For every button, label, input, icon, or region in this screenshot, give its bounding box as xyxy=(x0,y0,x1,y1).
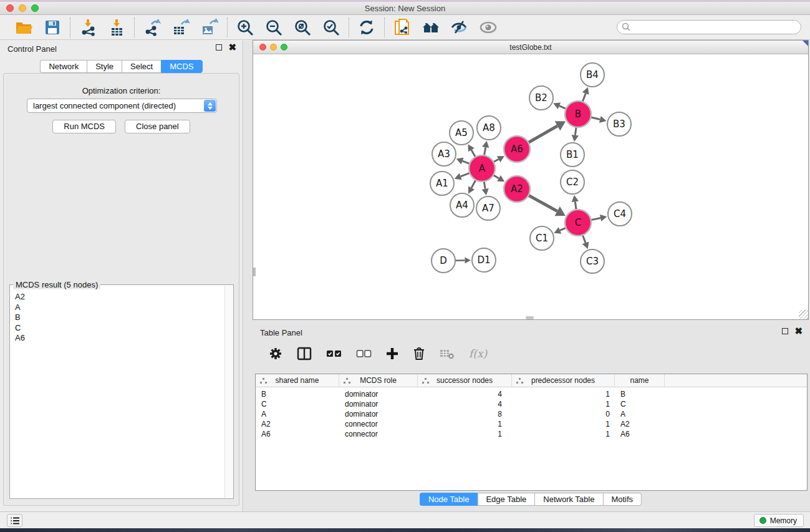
node-A3[interactable]: A3 xyxy=(432,142,456,166)
show-columns-icon[interactable] xyxy=(297,347,312,360)
mcds-result-item[interactable]: A2 xyxy=(15,292,220,302)
node-A4[interactable]: A4 xyxy=(450,193,474,217)
table-cell: A2 xyxy=(615,419,665,429)
app-titlebar: Session: New Session xyxy=(0,2,810,15)
node-C[interactable]: C xyxy=(565,210,591,236)
edge-arrowhead-icon xyxy=(600,215,607,221)
result-scrollbar[interactable] xyxy=(224,286,233,498)
refresh-icon[interactable] xyxy=(357,18,376,37)
mcds-result-item[interactable]: C xyxy=(15,323,220,334)
node-C4[interactable]: C4 xyxy=(608,202,632,226)
select-all-icon[interactable] xyxy=(326,349,342,359)
hide-selected-icon[interactable] xyxy=(450,18,469,37)
tab-edge-table[interactable]: Edge Table xyxy=(477,493,534,506)
export-table-icon[interactable] xyxy=(171,18,190,37)
tab-style[interactable]: Style xyxy=(87,60,122,73)
home-views-icon[interactable] xyxy=(422,18,440,37)
table-row[interactable]: Cdominator41C xyxy=(256,399,807,409)
table-cell: B xyxy=(256,389,339,399)
open-folder-icon[interactable] xyxy=(14,18,33,37)
svg-text:B3: B3 xyxy=(613,118,625,130)
float-panel-icon[interactable] xyxy=(216,44,222,51)
zoom-selected-icon[interactable] xyxy=(322,18,340,37)
mcds-result-box: MCDS result (5 nodes) A2ABCA6 xyxy=(9,284,234,499)
search-box xyxy=(617,20,801,34)
mcds-result-item[interactable]: A xyxy=(15,302,220,313)
zoom-in-icon[interactable] xyxy=(236,18,254,37)
tab-node-table[interactable]: Node Table xyxy=(420,493,478,506)
horizontal-scroll-thumb[interactable] xyxy=(526,316,534,319)
node-A5[interactable]: A5 xyxy=(450,121,473,145)
node-B2[interactable]: B2 xyxy=(529,86,553,110)
search-input[interactable] xyxy=(617,20,801,34)
node-C3[interactable]: C3 xyxy=(581,249,604,273)
node-A7[interactable]: A7 xyxy=(476,196,500,220)
vertical-scroll-thumb[interactable] xyxy=(253,268,256,276)
node-A[interactable]: A xyxy=(469,155,495,181)
node-B1[interactable]: B1 xyxy=(561,143,584,167)
float-table-panel-icon[interactable] xyxy=(782,328,788,334)
run-mcds-button[interactable]: Run MCDS xyxy=(52,120,116,133)
tab-select[interactable]: Select xyxy=(122,60,161,73)
network-window-titlebar[interactable]: testGlobe.txt xyxy=(253,41,808,54)
node-B4[interactable]: B4 xyxy=(581,63,604,87)
column-header-name[interactable]: name xyxy=(615,374,665,387)
import-network-icon[interactable] xyxy=(79,18,97,37)
zoom-out-icon[interactable] xyxy=(264,18,283,37)
save-icon[interactable] xyxy=(43,18,62,37)
node-D[interactable]: D xyxy=(432,249,455,273)
tab-motifs[interactable]: Motifs xyxy=(602,493,642,506)
add-column-icon[interactable] xyxy=(386,347,398,360)
delete-column-icon[interactable] xyxy=(413,347,425,360)
memory-button[interactable]: Memory xyxy=(754,514,804,527)
column-header-shared-name[interactable]: shared name xyxy=(256,374,339,387)
network-canvas[interactable]: AA2A6BCA1A3A4A5A7A8B1B2B3B4C1C2C3C4DD1 xyxy=(253,55,808,319)
node-A6[interactable]: A6 xyxy=(504,136,530,162)
show-selected-icon[interactable] xyxy=(479,18,498,37)
app-title: Session: New Session xyxy=(0,4,810,13)
node-A8[interactable]: A8 xyxy=(477,116,501,140)
criterion-dropdown[interactable]: largest connected component (directed) xyxy=(27,99,217,113)
svg-text:C: C xyxy=(575,217,581,228)
tab-network[interactable]: Network xyxy=(40,60,87,73)
resize-grip[interactable] xyxy=(799,310,808,319)
node-D1[interactable]: D1 xyxy=(472,248,496,272)
mcds-result-item[interactable]: B xyxy=(15,312,220,323)
svg-text:A3: A3 xyxy=(438,148,450,160)
column-header-MCDS-role[interactable]: MCDS role xyxy=(339,374,418,387)
mcds-result-item[interactable]: A6 xyxy=(15,333,220,344)
table-row[interactable]: A6connector11A6 xyxy=(256,429,807,439)
network-view-window: testGlobe.txt AA2A6BCA1A3A4A5A7A8B1B2B3B… xyxy=(253,40,809,320)
edge-A6-B[interactable] xyxy=(527,126,557,143)
table-options-gear-icon[interactable] xyxy=(269,347,282,360)
node-B3[interactable]: B3 xyxy=(607,112,631,136)
close-panel-button[interactable]: Close panel xyxy=(125,120,190,133)
export-network-icon[interactable] xyxy=(143,18,162,37)
export-image-icon[interactable] xyxy=(200,18,219,37)
task-history-button[interactable] xyxy=(7,514,22,527)
zoom-fit-icon[interactable] xyxy=(293,18,312,37)
column-header-predecessor-nodes[interactable]: predecessor nodes xyxy=(512,374,615,387)
table-row[interactable]: Adominator80A xyxy=(256,409,807,419)
edge-A2-C[interactable] xyxy=(528,195,557,211)
table-row[interactable]: Bdominator41B xyxy=(256,389,807,399)
network-graph[interactable]: AA2A6BCA1A3A4A5A7A8B1B2B3B4C1C2C3C4DD1 xyxy=(253,55,807,319)
node-B[interactable]: B xyxy=(565,101,591,127)
node-C1[interactable]: C1 xyxy=(530,226,554,250)
table-cell: A xyxy=(256,409,339,419)
tab-network-table[interactable]: Network Table xyxy=(534,493,602,506)
import-table-icon[interactable] xyxy=(107,18,126,37)
node-A2[interactable]: A2 xyxy=(504,176,530,202)
table-row[interactable]: A2connector11A2 xyxy=(256,419,807,429)
column-header-successor-nodes[interactable]: successor nodes xyxy=(418,374,512,387)
shared-column-icon xyxy=(422,378,429,384)
deselect-all-icon[interactable] xyxy=(356,349,372,359)
close-panel-icon[interactable]: ✖ xyxy=(228,44,236,51)
svg-text:B4: B4 xyxy=(586,69,599,80)
node-A1[interactable]: A1 xyxy=(430,172,454,195)
new-network-from-selection-icon[interactable] xyxy=(393,18,412,37)
tab-mcds[interactable]: MCDS xyxy=(161,60,202,73)
close-table-panel-icon[interactable]: ✖ xyxy=(794,328,803,334)
table-cell: 1 xyxy=(418,429,512,439)
node-C2[interactable]: C2 xyxy=(561,170,584,194)
